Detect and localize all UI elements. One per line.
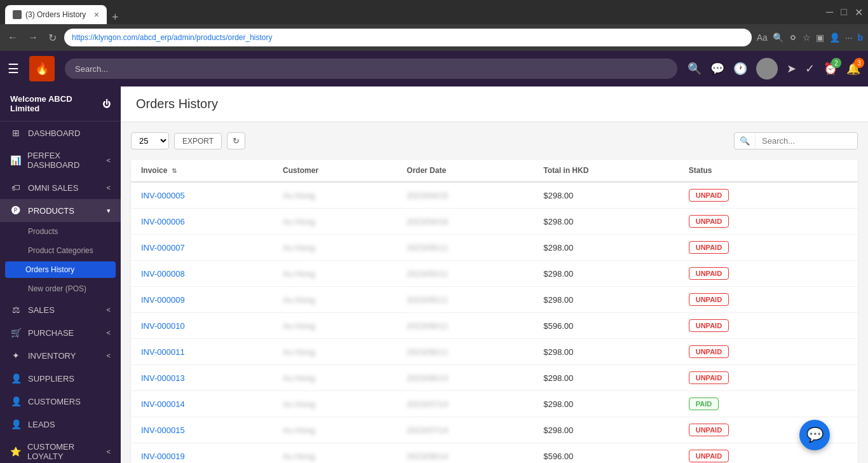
favorites-icon[interactable]: ☆	[803, 32, 811, 43]
tab-close-button[interactable]: ×	[94, 10, 99, 20]
cell-status: UNPAID	[679, 182, 813, 209]
invoice-link[interactable]: INV-000010	[141, 321, 185, 331]
sidebar-label-dashboard: DASHBOARD	[28, 128, 80, 138]
status-badge[interactable]: UNPAID	[689, 215, 729, 228]
order-date: 2023/08/14	[407, 452, 448, 461]
sub-label-product-categories: Product Categories	[28, 246, 93, 255]
order-date: 2023/04/15	[407, 191, 448, 200]
new-tab-button[interactable]: +	[107, 11, 124, 24]
zoom-icon[interactable]: 🔍	[773, 32, 783, 43]
status-badge[interactable]: UNPAID	[689, 189, 729, 202]
sidebar-item-omni-sales[interactable]: 🏷 OMNI SALES <	[0, 176, 121, 199]
chat-fab-button[interactable]: 💬	[799, 420, 830, 450]
sidebar-item-dashboard[interactable]: ⊞ DASHBOARD	[0, 121, 121, 144]
edge-icon[interactable]: b	[857, 32, 863, 43]
forward-header-icon[interactable]: ➤	[787, 62, 796, 76]
cell-status: UNPAID	[679, 235, 813, 261]
active-tab[interactable]: (3) Orders History ×	[5, 5, 107, 24]
status-badge[interactable]: UNPAID	[689, 424, 729, 436]
cell-total: $298.00	[533, 209, 678, 235]
invoice-link[interactable]: INV-000014	[141, 399, 185, 409]
invoice-link[interactable]: INV-000011	[141, 347, 185, 357]
browser-maximize[interactable]: □	[841, 6, 847, 18]
invoice-link[interactable]: INV-000013	[141, 373, 185, 383]
sub-label-new-order: New order (POS)	[28, 284, 86, 293]
sidebar-item-customers[interactable]: 👤 CUSTOMERS	[0, 390, 121, 413]
app-search-bar[interactable]: Search...	[65, 59, 677, 79]
browser-minimize[interactable]: ─	[826, 6, 833, 18]
sidebar-label-omni-sales: OMNI SALES	[28, 183, 78, 193]
tasks-icon[interactable]: ✓	[805, 62, 815, 76]
invoice-link[interactable]: INV-000006	[141, 217, 185, 226]
sidebar-sub-new-order[interactable]: New order (POS)	[0, 279, 121, 298]
forward-button[interactable]: →	[25, 29, 41, 46]
status-badge[interactable]: UNPAID	[689, 345, 729, 358]
sidebar-item-purchase[interactable]: 🛒 PURCHASE <	[0, 321, 121, 344]
cell-customer: Au Hong	[273, 443, 397, 464]
cell-invoice: INV-000005	[131, 182, 273, 209]
per-page-select[interactable]: 25 10 50 100	[131, 132, 169, 149]
export-button[interactable]: EXPORT	[174, 133, 222, 149]
notifications-icon-1[interactable]: ⏰ 2	[824, 62, 837, 76]
messages-icon[interactable]: 💬	[710, 62, 724, 76]
status-badge[interactable]: UNPAID	[689, 293, 729, 306]
cell-date: 2023/05/11	[397, 235, 533, 261]
cell-status: UNPAID	[679, 209, 813, 235]
search-header-icon[interactable]: 🔍	[688, 62, 702, 76]
hamburger-button[interactable]: ☰	[8, 61, 19, 76]
collections-icon[interactable]: ▣	[816, 32, 824, 43]
invoice-link[interactable]: INV-000008	[141, 269, 185, 279]
extensions-icon[interactable]: ⭘	[789, 32, 797, 43]
sidebar: Welcome ABCD Limited ⏻ ⊞ DASHBOARD 📊 PER…	[0, 86, 121, 463]
sidebar-item-leads[interactable]: 👤 LEADS	[0, 413, 121, 436]
invoice-link[interactable]: INV-000009	[141, 295, 185, 305]
refresh-button[interactable]: ↻	[227, 132, 245, 149]
search-input[interactable]	[756, 133, 857, 149]
customers-icon: 👤	[10, 396, 22, 406]
leads-icon: 👤	[10, 419, 22, 429]
order-date: 2023/07/14	[407, 399, 448, 409]
power-icon[interactable]: ⏻	[102, 99, 111, 109]
more-icon[interactable]: ···	[845, 32, 853, 43]
status-badge[interactable]: PAID	[689, 397, 719, 410]
status-badge[interactable]: UNPAID	[689, 371, 729, 384]
invoice-link[interactable]: INV-000005	[141, 191, 185, 200]
status-badge[interactable]: UNPAID	[689, 319, 729, 332]
order-date: 2023/04/16	[407, 217, 448, 226]
sidebar-sub-orders-history[interactable]: Orders History	[5, 261, 116, 278]
reload-button[interactable]: ↻	[46, 29, 59, 46]
sidebar-item-customer-loyalty[interactable]: ⭐ CUSTOMER LOYALTY <	[0, 436, 121, 463]
sidebar-item-perfex-dashboard[interactable]: 📊 PERFEX DASHBOARD <	[0, 144, 121, 176]
profile-icon[interactable]: 👤	[829, 32, 840, 43]
status-badge[interactable]: UNPAID	[689, 267, 729, 280]
col-order-date: Order Date	[397, 160, 533, 182]
browser-close[interactable]: ✕	[855, 6, 863, 18]
back-button[interactable]: ←	[5, 29, 20, 46]
status-badge[interactable]: UNPAID	[689, 241, 729, 254]
sidebar-item-sales[interactable]: ⚖ SALES <	[0, 298, 121, 321]
invoice-link[interactable]: INV-000007	[141, 243, 185, 252]
sidebar-item-suppliers[interactable]: 👤 SUPPLIERS	[0, 367, 121, 390]
sidebar-user-label: Welcome ABCD Limited ⏻	[0, 86, 121, 121]
sidebar-sub-products[interactable]: Products	[0, 222, 121, 241]
sidebar-item-products[interactable]: 🅟 PRODUCTS ▾	[0, 199, 121, 222]
invoice-link[interactable]: INV-000015	[141, 425, 185, 435]
cell-date: 2023/07/14	[397, 391, 533, 417]
cell-customer: Au Hong	[273, 287, 397, 313]
address-bar[interactable]: https://klyngon.com/abcd_erp/admin/produ…	[64, 29, 752, 46]
avatar-icon[interactable]	[756, 58, 778, 79]
invoice-link[interactable]: INV-000019	[141, 452, 185, 461]
sidebar-label-leads: LEADS	[28, 420, 55, 429]
sidebar-sub-product-categories[interactable]: Product Categories	[0, 241, 121, 260]
sidebar-item-inventory[interactable]: ✦ INVENTORY <	[0, 344, 121, 367]
order-date: 2023/05/11	[407, 295, 448, 305]
cell-status: UNPAID	[679, 365, 813, 391]
history-icon[interactable]: 🕐	[733, 62, 747, 76]
customer-name: Au Hong	[283, 217, 315, 226]
notifications-icon-2[interactable]: 🔔 3	[846, 62, 860, 76]
cell-invoice: INV-000008	[131, 261, 273, 287]
address-bar-row: ← → ↻ https://klyngon.com/abcd_erp/admin…	[0, 24, 868, 51]
reading-mode-icon[interactable]: Aa	[757, 32, 768, 43]
status-badge[interactable]: UNPAID	[689, 450, 729, 462]
col-invoice[interactable]: Invoice ⇅	[131, 160, 273, 182]
